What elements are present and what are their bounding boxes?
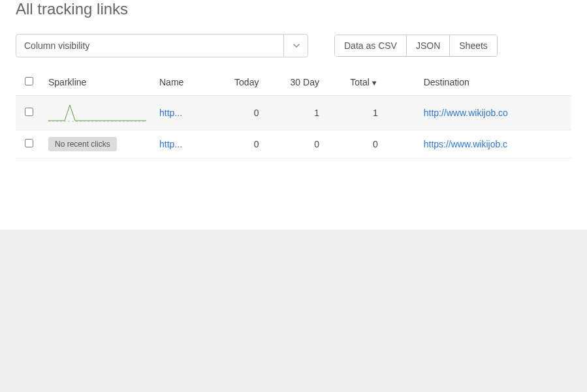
- sparkline-icon: [48, 102, 146, 123]
- destination-link[interactable]: https://www.wikijob.c: [424, 139, 507, 149]
- page-title: All tracking links: [16, 0, 571, 18]
- select-all-checkbox[interactable]: [25, 77, 33, 85]
- header-total[interactable]: Total▼: [326, 69, 385, 96]
- column-visibility-label: Column visibility: [24, 40, 89, 51]
- row-checkbox[interactable]: [25, 108, 33, 116]
- destination-link[interactable]: http://www.wikijob.co: [424, 108, 508, 118]
- export-sheets-button[interactable]: Sheets: [449, 35, 497, 56]
- total-value: 1: [326, 96, 385, 130]
- column-visibility-control[interactable]: Column visibility: [16, 34, 308, 57]
- row-checkbox[interactable]: [25, 139, 33, 147]
- footer-space: [0, 230, 587, 392]
- today-value: 0: [212, 96, 265, 130]
- header-destination[interactable]: Destination: [385, 69, 571, 96]
- today-value: 0: [212, 130, 265, 158]
- table-row: No recent clicks http... 0 0 0 https://w…: [16, 130, 571, 158]
- toolbar: Column visibility Data as CSV JSON Sheet…: [16, 34, 571, 57]
- export-csv-button[interactable]: Data as CSV: [335, 35, 406, 56]
- total-value: 0: [326, 130, 385, 158]
- export-button-group: Data as CSV JSON Sheets: [334, 35, 498, 57]
- header-sparkline[interactable]: Sparkline: [42, 69, 153, 96]
- header-thirty-day[interactable]: 30 Day: [265, 69, 326, 96]
- header-total-label: Total: [350, 77, 370, 87]
- table-row: http... 0 1 1 http://www.wikijob.co: [16, 96, 571, 130]
- thirty-day-value: 1: [265, 96, 326, 130]
- thirty-day-value: 0: [265, 130, 326, 158]
- header-checkbox-cell: [16, 69, 42, 96]
- name-link[interactable]: http...: [159, 108, 182, 118]
- column-visibility-button[interactable]: Column visibility: [16, 34, 308, 57]
- export-json-button[interactable]: JSON: [406, 35, 449, 56]
- sparkline-cell: [42, 96, 153, 130]
- sort-desc-icon: ▼: [371, 79, 378, 87]
- name-link[interactable]: http...: [159, 139, 182, 149]
- no-recent-clicks-badge: No recent clicks: [48, 137, 117, 151]
- sparkline-cell: No recent clicks: [42, 130, 153, 158]
- header-today[interactable]: Today: [212, 69, 265, 96]
- tracking-links-table: Sparkline Name Today 30 Day Total▼ Desti…: [16, 69, 571, 158]
- header-name[interactable]: Name: [153, 69, 212, 96]
